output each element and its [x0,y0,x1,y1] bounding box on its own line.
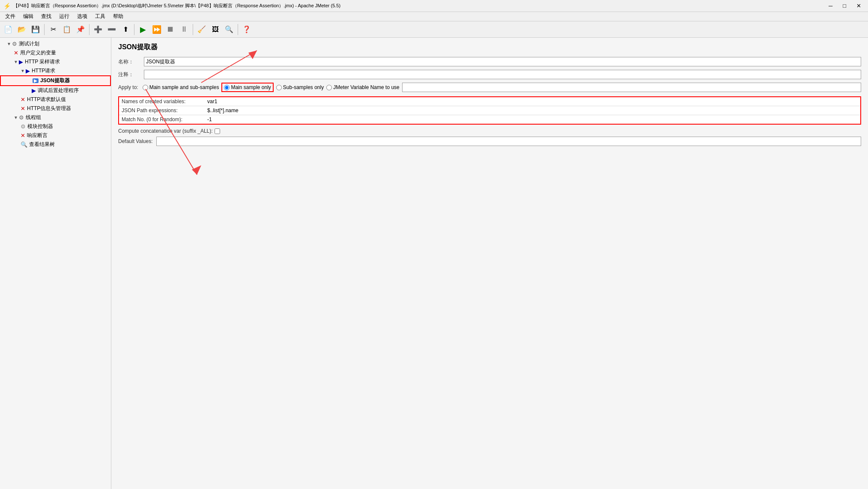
comment-input[interactable] [144,70,861,79]
run-button[interactable]: ▶ [137,23,149,36]
menu-help[interactable]: 帮助 [110,12,127,21]
sidebar-item-module-ctrl[interactable]: ⚙ 模块控制器 [0,122,111,131]
radio-jmeter-var[interactable]: JMeter Variable Name to use [326,84,400,90]
add-button[interactable]: ➕ [92,23,104,36]
radio-main-only-input[interactable] [224,85,230,90]
tree-label-http-sample: HTTP 采样请求 [25,58,60,66]
defaults-icon: ✕ [21,96,25,103]
menu-tools[interactable]: 工具 [92,12,109,21]
compute-checkbox[interactable] [215,128,220,134]
open-button[interactable]: 📂 [15,23,28,36]
minimize-button[interactable]: ─ [825,2,836,10]
radio-main-sub[interactable]: Main sample and sub-samples [143,84,219,90]
radio-main-sub-label: Main sample and sub-samples [149,84,219,90]
result-tree-icon: 🔍 [21,141,27,148]
paste-button[interactable]: 📌 [74,23,87,36]
headers-icon: ✕ [21,105,25,112]
sidebar-item-debug-post[interactable]: ▶ ▶ 调试后置处理程序 [0,86,111,95]
search-tree-button[interactable]: 🔍 [223,23,236,36]
menu-bar: 文件 编辑 查找 运行 选项 工具 帮助 [0,12,868,21]
copy-button[interactable]: 📋 [60,23,73,36]
window-title: 【P48】响应断言（Response Assertion）.jmx (D:\De… [13,3,340,9]
tree-label-response-assert: 响应断言 [27,132,48,139]
menu-find[interactable]: 查找 [38,12,55,21]
image-button[interactable]: 🖼 [209,23,222,36]
jmeter-var-input[interactable] [402,83,861,92]
new-button[interactable]: 📄 [2,23,15,36]
cut-button[interactable]: ✂ [47,23,60,36]
sidebar-item-thread-group[interactable]: ▼ ⚙ 线程组 [0,113,111,122]
default-row: Default Values: [118,137,861,146]
path-value-cell[interactable] [205,106,860,115]
radio-sub-only[interactable]: Sub-samples only [276,84,324,90]
name-input[interactable] [144,57,861,66]
sidebar-item-http-sample[interactable]: ▼ ▶ HTTP 采样请求 [0,57,111,66]
variables-table: Names of created variables: JSON Path ex… [119,97,860,124]
json-icon: ▶ [33,78,39,83]
path-value-input[interactable] [207,107,858,113]
run-no-pause-button[interactable]: ⏩ [150,23,163,36]
panel-title: JSON提取器 [118,43,861,52]
tree-label-debug-post: 调试后置处理程序 [38,87,79,94]
stop-button[interactable]: ⏹ [164,23,177,36]
path-label: JSON Path expressions: [119,106,205,115]
radio-jmeter-var-input[interactable] [326,85,332,90]
save-button[interactable]: 💾 [29,23,42,36]
radio-sub-only-label: Sub-samples only [283,84,324,90]
tree-label-test-plan: 测试计划 [19,40,39,48]
compute-row: Compute concatenation var (suffix _ALL): [118,128,861,134]
sidebar-item-http-headers[interactable]: ✕ HTTP信息头管理器 [0,104,111,113]
svg-marker-3 [192,165,201,175]
module-icon: ⚙ [21,123,26,130]
tree-label-result-tree: 查看结果树 [29,141,55,148]
sidebar-item-result-tree[interactable]: 🔍 查看结果树 [0,140,111,149]
comment-label: 注释： [118,71,144,78]
title-bar: ⚡ 【P48】响应断言（Response Assertion）.jmx (D:\… [0,0,868,12]
sidebar-item-response-assert[interactable]: ✕ 响应断言 [0,131,111,140]
content-area: JSON提取器 名称： 注释： Apply to: Main sample an… [111,38,868,489]
sidebar-item-http-req[interactable]: ▼ ▶ HTTP请求 [0,66,111,75]
compute-label: Compute concatenation var (suffix _ALL): [118,128,213,134]
tree-arrow: ▼ [14,60,18,64]
moveup-button[interactable]: ⬆ [119,23,132,36]
names-value-cell[interactable] [205,97,860,106]
menu-edit[interactable]: 编辑 [20,12,37,21]
tree-arrow: ▼ [14,115,18,120]
toolbar-sep-3 [134,24,134,35]
names-value-input[interactable] [207,98,858,104]
var-icon: ✕ [14,50,18,56]
sidebar-item-user-vars[interactable]: ✕ 用户定义的变量 [0,48,111,57]
tree-arrow: ▼ [21,69,25,73]
close-button[interactable]: ✕ [853,2,865,10]
default-input[interactable] [156,137,862,146]
tree-label-http-req: HTTP请求 [32,67,55,75]
menu-options[interactable]: 选项 [74,12,91,21]
clear-button[interactable]: 🧹 [195,23,208,36]
tree-label-user-vars: 用户定义的变量 [20,49,56,57]
radio-main-sub-input[interactable] [143,85,148,90]
sidebar-item-json-extractor[interactable]: ▶ ▶ JSON提取器 [0,75,111,86]
radio-jmeter-var-label: JMeter Variable Name to use [333,84,400,90]
remove-button[interactable]: ➖ [105,23,118,36]
debug-icon: ▶ [32,87,36,94]
maximize-button[interactable]: □ [839,2,850,10]
radio-main-only-label: Main sample only [231,84,271,90]
match-value-input[interactable] [207,116,858,122]
match-label: Match No. (0 for Random): [119,115,205,124]
tree-label-module-ctrl: 模块控制器 [27,123,53,130]
toolbar-sep-2 [89,24,89,35]
plan-icon: ⚙ [12,41,17,47]
radio-sub-only-input[interactable] [276,85,282,90]
sidebar-item-http-defaults[interactable]: ✕ HTTP请求默认值 [0,95,111,104]
tree-label-thread-group: 线程组 [26,114,41,121]
shutdown-button[interactable]: ⏸ [178,23,191,36]
sidebar-item-test-plan[interactable]: ▼ ⚙ 测试计划 [0,39,111,48]
match-value-cell[interactable] [205,115,860,124]
main-layout: ▼ ⚙ 测试计划 ✕ 用户定义的变量 ▼ ▶ HTTP 采样请求 ▼ ▶ HTT… [0,38,868,489]
help-button[interactable]: ❓ [240,23,253,36]
menu-file[interactable]: 文件 [2,12,19,21]
radio-main-only[interactable]: Main sample only [221,83,273,92]
menu-run[interactable]: 运行 [56,12,73,21]
table-row-match: Match No. (0 for Random): [119,115,860,124]
http-req-icon: ▶ [26,68,30,74]
